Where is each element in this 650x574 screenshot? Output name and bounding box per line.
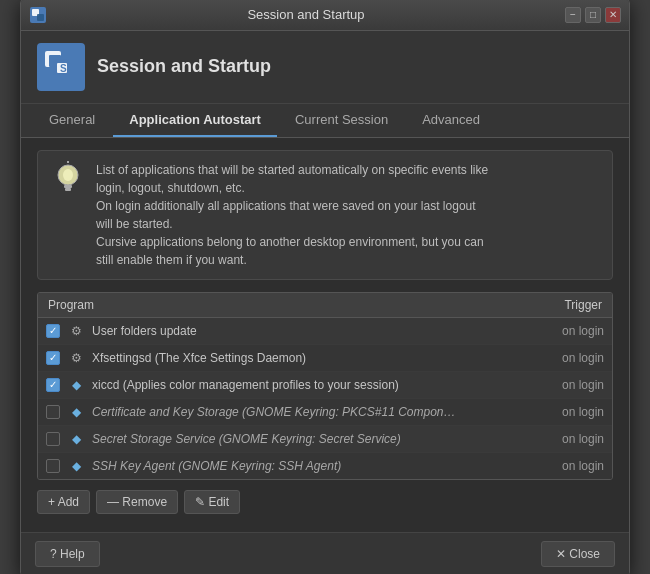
close-button[interactable]: ✕ Close <box>541 541 615 567</box>
svg-rect-2 <box>37 14 44 21</box>
table-row: ◆ Certificate and Key Storage (GNOME Key… <box>38 399 612 426</box>
row-checkbox-4[interactable] <box>46 405 60 419</box>
window-controls: − □ ✕ <box>565 7 621 23</box>
svg-rect-9 <box>64 185 72 188</box>
window-title: Session and Startup <box>47 7 565 22</box>
edit-button[interactable]: ✎ Edit <box>184 490 240 514</box>
svg-text:S: S <box>60 63 67 74</box>
autostart-table: Program Trigger ✓ ⚙ User folders update … <box>37 292 613 480</box>
gear-icon: ⚙ <box>68 323 84 339</box>
add-button[interactable]: + Add <box>37 490 90 514</box>
row-checkbox-3[interactable]: ✓ <box>46 378 60 392</box>
row-label-5: Secret Storage Service (GNOME Keyring: S… <box>92 432 554 446</box>
row-checkbox-5[interactable] <box>46 432 60 446</box>
row-trigger-6: on login <box>562 459 604 473</box>
row-checkbox-2[interactable]: ✓ <box>46 351 60 365</box>
row-label-6: SSH Key Agent (GNOME Keyring: SSH Agent) <box>92 459 554 473</box>
tab-general[interactable]: General <box>33 104 111 137</box>
col-program-header: Program <box>48 298 94 312</box>
row-label-2: Xfsettingsd (The Xfce Settings Daemon) <box>92 351 554 365</box>
titlebar-icon <box>29 6 47 24</box>
row-checkbox-6[interactable] <box>46 459 60 473</box>
dialog-footer: ? Help ✕ Close <box>21 532 629 575</box>
maximize-button[interactable]: □ <box>585 7 601 23</box>
bulb-icon <box>52 161 84 269</box>
row-label-4: Certificate and Key Storage (GNOME Keyri… <box>92 405 554 419</box>
tab-bar: General Application Autostart Current Se… <box>21 104 629 138</box>
row-trigger-2: on login <box>562 351 604 365</box>
table-row: ✓ ⚙ User folders update on login <box>38 318 612 345</box>
row-trigger-3: on login <box>562 378 604 392</box>
help-button[interactable]: ? Help <box>35 541 100 567</box>
minimize-button[interactable]: − <box>565 7 581 23</box>
col-trigger-header: Trigger <box>564 298 602 312</box>
diamond-icon: ◆ <box>68 377 84 393</box>
action-toolbar: + Add — Remove ✎ Edit <box>37 490 613 514</box>
tab-application-autostart[interactable]: Application Autostart <box>113 104 277 137</box>
close-window-button[interactable]: ✕ <box>605 7 621 23</box>
table-row: ✓ ⚙ Xfsettingsd (The Xfce Settings Daemo… <box>38 345 612 372</box>
diamond-icon: ◆ <box>68 404 84 420</box>
diamond-icon: ◆ <box>68 458 84 474</box>
info-box: List of applications that will be starte… <box>37 150 613 280</box>
tab-advanced[interactable]: Advanced <box>406 104 496 137</box>
row-checkbox-1[interactable]: ✓ <box>46 324 60 338</box>
svg-point-11 <box>63 169 73 181</box>
dialog-header: S Session and Startup <box>21 31 629 104</box>
titlebar: Session and Startup − □ ✕ <box>21 0 629 31</box>
row-label-3: xiccd (Applies color management profiles… <box>92 378 554 392</box>
dialog-title: Session and Startup <box>97 56 271 77</box>
info-line-1: List of applications that will be starte… <box>96 161 488 269</box>
app-icon: S <box>37 43 85 91</box>
gear-icon: ⚙ <box>68 350 84 366</box>
tab-current-session[interactable]: Current Session <box>279 104 404 137</box>
table-row: ◆ Secret Storage Service (GNOME Keyring:… <box>38 426 612 453</box>
svg-rect-10 <box>65 188 71 191</box>
table-row: ◆ SSH Key Agent (GNOME Keyring: SSH Agen… <box>38 453 612 479</box>
table-header: Program Trigger <box>38 293 612 318</box>
row-trigger-1: on login <box>562 324 604 338</box>
remove-button[interactable]: — Remove <box>96 490 178 514</box>
info-text-block: List of applications that will be starte… <box>96 161 488 269</box>
row-label-1: User folders update <box>92 324 554 338</box>
diamond-icon: ◆ <box>68 431 84 447</box>
table-row: ✓ ◆ xiccd (Applies color management prof… <box>38 372 612 399</box>
tab-content: List of applications that will be starte… <box>21 138 629 532</box>
row-trigger-4: on login <box>562 405 604 419</box>
main-window: Session and Startup − □ ✕ S Session and … <box>20 0 630 574</box>
row-trigger-5: on login <box>562 432 604 446</box>
